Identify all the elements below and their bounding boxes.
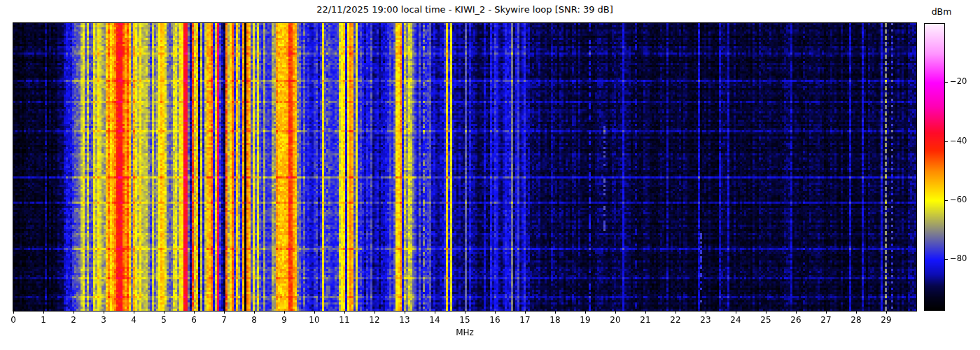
colorbar-canvas bbox=[924, 23, 945, 311]
x-tick-label: 27 bbox=[812, 315, 840, 325]
x-tick bbox=[43, 311, 44, 314]
x-tick-label: 18 bbox=[541, 315, 569, 325]
x-tick bbox=[374, 311, 375, 314]
colorbar-tick-label: −20 bbox=[950, 76, 978, 86]
x-tick bbox=[555, 311, 556, 314]
x-tick bbox=[194, 311, 195, 314]
x-tick-label: 0 bbox=[0, 315, 27, 325]
x-tick bbox=[284, 311, 285, 314]
colorbar-tick bbox=[945, 141, 948, 142]
x-tick bbox=[826, 311, 827, 314]
x-tick-label: 11 bbox=[330, 315, 358, 325]
x-tick-label: 23 bbox=[692, 315, 720, 325]
colorbar-tick bbox=[945, 82, 948, 83]
colorbar-tick bbox=[945, 200, 948, 201]
x-tick-label: 16 bbox=[481, 315, 509, 325]
x-tick-label: 4 bbox=[120, 315, 148, 325]
x-tick bbox=[585, 311, 586, 314]
x-tick bbox=[134, 311, 134, 314]
x-tick bbox=[405, 311, 405, 314]
x-axis-label: MHz bbox=[13, 328, 916, 337]
x-tick-label: 29 bbox=[872, 315, 900, 325]
x-tick bbox=[886, 311, 887, 314]
x-tick-label: 17 bbox=[511, 315, 539, 325]
x-tick bbox=[74, 311, 74, 314]
x-tick bbox=[796, 311, 797, 314]
x-tick bbox=[676, 311, 676, 314]
x-tick-label: 19 bbox=[571, 315, 599, 325]
x-tick bbox=[164, 311, 164, 314]
x-tick-label: 20 bbox=[601, 315, 629, 325]
x-tick-label: 2 bbox=[59, 315, 88, 325]
x-tick-label: 22 bbox=[662, 315, 690, 325]
colorbar-tick-label: −40 bbox=[950, 136, 978, 146]
x-tick-label: 13 bbox=[391, 315, 419, 325]
x-tick-label: 24 bbox=[722, 315, 750, 325]
x-tick-label: 26 bbox=[782, 315, 810, 325]
colorbar-tick bbox=[945, 259, 948, 260]
x-tick-label: 1 bbox=[29, 315, 57, 325]
x-tick-label: 3 bbox=[90, 315, 118, 325]
x-tick-label: 7 bbox=[210, 315, 238, 325]
x-tick bbox=[736, 311, 736, 314]
x-tick-label: 8 bbox=[240, 315, 268, 325]
chart-title: 22/11/2025 19:00 local time - KIWI_2 - S… bbox=[13, 4, 916, 15]
x-tick-label: 25 bbox=[752, 315, 780, 325]
x-tick bbox=[856, 311, 857, 314]
colorbar-tick-label: −60 bbox=[950, 195, 978, 204]
x-tick bbox=[615, 311, 616, 314]
x-tick bbox=[706, 311, 706, 314]
x-tick bbox=[525, 311, 526, 314]
x-tick-label: 12 bbox=[360, 315, 388, 325]
x-tick-label: 14 bbox=[421, 315, 449, 325]
x-tick-label: 10 bbox=[300, 315, 328, 325]
x-tick bbox=[645, 311, 646, 314]
x-tick bbox=[314, 311, 315, 314]
colorbar-label: dBm bbox=[925, 6, 958, 17]
x-tick bbox=[344, 311, 345, 314]
x-tick bbox=[224, 311, 225, 314]
x-tick-label: 9 bbox=[270, 315, 298, 325]
x-tick-label: 5 bbox=[150, 315, 178, 325]
x-tick-label: 28 bbox=[842, 315, 870, 325]
x-tick bbox=[254, 311, 255, 314]
x-tick bbox=[495, 311, 496, 314]
x-tick bbox=[435, 311, 435, 314]
x-tick bbox=[465, 311, 465, 314]
x-tick bbox=[104, 311, 104, 314]
x-tick bbox=[13, 311, 14, 314]
spectrogram-canvas bbox=[13, 23, 916, 311]
spectrogram-figure: 22/11/2025 19:00 local time - KIWI_2 - S… bbox=[0, 0, 980, 350]
x-tick-label: 6 bbox=[180, 315, 208, 325]
x-tick bbox=[766, 311, 766, 314]
x-tick-label: 15 bbox=[451, 315, 479, 325]
plot-area bbox=[13, 23, 916, 311]
x-tick-label: 21 bbox=[631, 315, 659, 325]
colorbar-tick-label: −80 bbox=[950, 253, 978, 263]
